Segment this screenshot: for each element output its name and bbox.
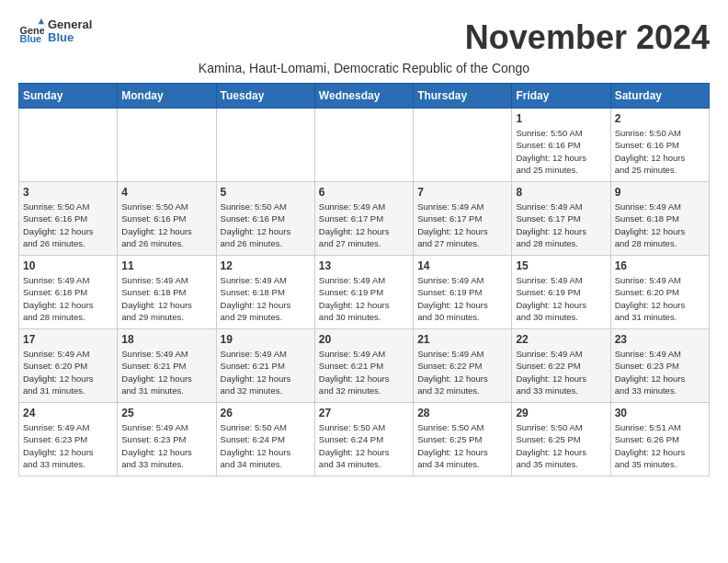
calendar-cell: 4Sunrise: 5:50 AM Sunset: 6:16 PM Daylig… <box>118 182 216 256</box>
day-number: 5 <box>221 186 311 199</box>
day-number: 9 <box>615 186 705 199</box>
calendar-table: SundayMondayTuesdayWednesdayThursdayFrid… <box>18 83 710 477</box>
day-info: Sunrise: 5:50 AM Sunset: 6:24 PM Dayligh… <box>221 421 311 470</box>
calendar-week-4: 17Sunrise: 5:49 AM Sunset: 6:20 PM Dayli… <box>19 329 710 403</box>
day-info: Sunrise: 5:49 AM Sunset: 6:23 PM Dayligh… <box>23 421 113 470</box>
day-info: Sunrise: 5:49 AM Sunset: 6:21 PM Dayligh… <box>121 348 211 396</box>
day-info: Sunrise: 5:50 AM Sunset: 6:16 PM Dayligh… <box>121 201 211 249</box>
day-info: Sunrise: 5:49 AM Sunset: 6:18 PM Dayligh… <box>615 201 705 249</box>
day-info: Sunrise: 5:49 AM Sunset: 6:22 PM Dayligh… <box>417 348 507 396</box>
day-info: Sunrise: 5:49 AM Sunset: 6:19 PM Dayligh… <box>319 274 409 323</box>
day-info: Sunrise: 5:49 AM Sunset: 6:18 PM Dayligh… <box>221 274 311 323</box>
day-info: Sunrise: 5:50 AM Sunset: 6:16 PM Dayligh… <box>221 201 311 249</box>
calendar-cell: 17Sunrise: 5:49 AM Sunset: 6:20 PM Dayli… <box>19 329 118 403</box>
day-header-monday: Monday <box>118 84 216 109</box>
logo-line1: General <box>48 18 92 31</box>
calendar-cell: 8Sunrise: 5:49 AM Sunset: 6:17 PM Daylig… <box>512 182 610 256</box>
svg-marker-2 <box>39 18 44 24</box>
calendar-cell: 9Sunrise: 5:49 AM Sunset: 6:18 PM Daylig… <box>610 182 709 256</box>
day-number: 10 <box>23 259 113 272</box>
day-number: 22 <box>516 333 606 346</box>
calendar-cell: 3Sunrise: 5:50 AM Sunset: 6:16 PM Daylig… <box>19 182 118 256</box>
logo: General Blue General Blue <box>18 18 92 45</box>
day-number: 26 <box>221 407 311 419</box>
calendar-week-2: 3Sunrise: 5:50 AM Sunset: 6:16 PM Daylig… <box>19 182 710 256</box>
calendar-week-5: 24Sunrise: 5:49 AM Sunset: 6:23 PM Dayli… <box>19 403 710 477</box>
calendar-header: SundayMondayTuesdayWednesdayThursdayFrid… <box>19 84 710 109</box>
day-info: Sunrise: 5:49 AM Sunset: 6:17 PM Dayligh… <box>516 201 606 249</box>
day-number: 16 <box>615 259 705 272</box>
day-info: Sunrise: 5:50 AM Sunset: 6:16 PM Dayligh… <box>23 201 113 249</box>
day-number: 19 <box>221 333 311 346</box>
calendar-cell: 1Sunrise: 5:50 AM Sunset: 6:16 PM Daylig… <box>512 109 610 182</box>
day-number: 21 <box>417 333 507 346</box>
calendar-cell: 28Sunrise: 5:50 AM Sunset: 6:25 PM Dayli… <box>414 403 512 477</box>
day-header-friday: Friday <box>512 84 610 109</box>
day-number: 17 <box>23 333 113 346</box>
header: General Blue General Blue November 2024 <box>18 18 710 57</box>
day-number: 15 <box>516 259 606 272</box>
day-info: Sunrise: 5:50 AM Sunset: 6:16 PM Dayligh… <box>516 127 606 176</box>
day-number: 30 <box>615 407 705 419</box>
calendar-week-1: 1Sunrise: 5:50 AM Sunset: 6:16 PM Daylig… <box>19 109 710 182</box>
day-info: Sunrise: 5:49 AM Sunset: 6:18 PM Dayligh… <box>121 274 211 323</box>
day-number: 7 <box>417 186 507 199</box>
calendar-cell: 13Sunrise: 5:49 AM Sunset: 6:19 PM Dayli… <box>314 256 413 329</box>
day-info: Sunrise: 5:49 AM Sunset: 6:19 PM Dayligh… <box>417 274 507 323</box>
day-info: Sunrise: 5:49 AM Sunset: 6:21 PM Dayligh… <box>319 348 409 396</box>
day-number: 8 <box>516 186 606 199</box>
day-info: Sunrise: 5:49 AM Sunset: 6:17 PM Dayligh… <box>417 201 507 249</box>
day-number: 12 <box>221 259 311 272</box>
day-number: 6 <box>319 186 409 199</box>
day-number: 29 <box>516 407 606 419</box>
day-number: 2 <box>615 112 705 125</box>
day-info: Sunrise: 5:49 AM Sunset: 6:23 PM Dayligh… <box>121 421 211 470</box>
subtitle: Kamina, Haut-Lomami, Democratic Republic… <box>18 61 710 75</box>
day-number: 20 <box>319 333 409 346</box>
day-info: Sunrise: 5:50 AM Sunset: 6:25 PM Dayligh… <box>516 421 606 470</box>
logo-line2: Blue <box>48 31 92 44</box>
day-header-tuesday: Tuesday <box>216 84 314 109</box>
calendar-cell <box>414 109 512 182</box>
calendar-body: 1Sunrise: 5:50 AM Sunset: 6:16 PM Daylig… <box>19 109 710 477</box>
day-header-thursday: Thursday <box>414 84 512 109</box>
day-number: 24 <box>23 407 113 419</box>
day-number: 3 <box>23 186 113 199</box>
calendar-cell: 22Sunrise: 5:49 AM Sunset: 6:22 PM Dayli… <box>512 329 610 403</box>
day-number: 14 <box>417 259 507 272</box>
calendar-cell: 29Sunrise: 5:50 AM Sunset: 6:25 PM Dayli… <box>512 403 610 477</box>
svg-text:Blue: Blue <box>20 34 42 45</box>
calendar-cell: 20Sunrise: 5:49 AM Sunset: 6:21 PM Dayli… <box>314 329 413 403</box>
calendar-cell <box>19 109 118 182</box>
calendar-cell <box>216 109 314 182</box>
day-number: 11 <box>121 259 211 272</box>
calendar-cell: 7Sunrise: 5:49 AM Sunset: 6:17 PM Daylig… <box>414 182 512 256</box>
day-info: Sunrise: 5:49 AM Sunset: 6:17 PM Dayligh… <box>319 201 409 249</box>
day-info: Sunrise: 5:49 AM Sunset: 6:21 PM Dayligh… <box>221 348 311 396</box>
calendar-cell: 10Sunrise: 5:49 AM Sunset: 6:18 PM Dayli… <box>19 256 118 329</box>
calendar-cell: 19Sunrise: 5:49 AM Sunset: 6:21 PM Dayli… <box>216 329 314 403</box>
day-info: Sunrise: 5:49 AM Sunset: 6:19 PM Dayligh… <box>516 274 606 323</box>
calendar-cell: 30Sunrise: 5:51 AM Sunset: 6:26 PM Dayli… <box>610 403 709 477</box>
day-header-saturday: Saturday <box>610 84 709 109</box>
day-number: 25 <box>121 407 211 419</box>
day-info: Sunrise: 5:50 AM Sunset: 6:24 PM Dayligh… <box>319 421 409 470</box>
calendar-cell: 15Sunrise: 5:49 AM Sunset: 6:19 PM Dayli… <box>512 256 610 329</box>
day-info: Sunrise: 5:49 AM Sunset: 6:22 PM Dayligh… <box>516 348 606 396</box>
day-header-wednesday: Wednesday <box>314 84 413 109</box>
day-info: Sunrise: 5:49 AM Sunset: 6:20 PM Dayligh… <box>23 348 113 396</box>
calendar-cell: 5Sunrise: 5:50 AM Sunset: 6:16 PM Daylig… <box>216 182 314 256</box>
day-header-sunday: Sunday <box>19 84 118 109</box>
day-number: 1 <box>516 112 606 125</box>
day-number: 28 <box>417 407 507 419</box>
day-info: Sunrise: 5:50 AM Sunset: 6:16 PM Dayligh… <box>615 127 705 176</box>
day-info: Sunrise: 5:49 AM Sunset: 6:20 PM Dayligh… <box>615 274 705 323</box>
calendar-cell: 23Sunrise: 5:49 AM Sunset: 6:23 PM Dayli… <box>610 329 709 403</box>
calendar-cell <box>314 109 413 182</box>
day-number: 27 <box>319 407 409 419</box>
day-info: Sunrise: 5:49 AM Sunset: 6:18 PM Dayligh… <box>23 274 113 323</box>
month-title: November 2024 <box>465 18 710 57</box>
day-number: 23 <box>615 333 705 346</box>
day-info: Sunrise: 5:49 AM Sunset: 6:23 PM Dayligh… <box>615 348 705 396</box>
day-number: 18 <box>121 333 211 346</box>
